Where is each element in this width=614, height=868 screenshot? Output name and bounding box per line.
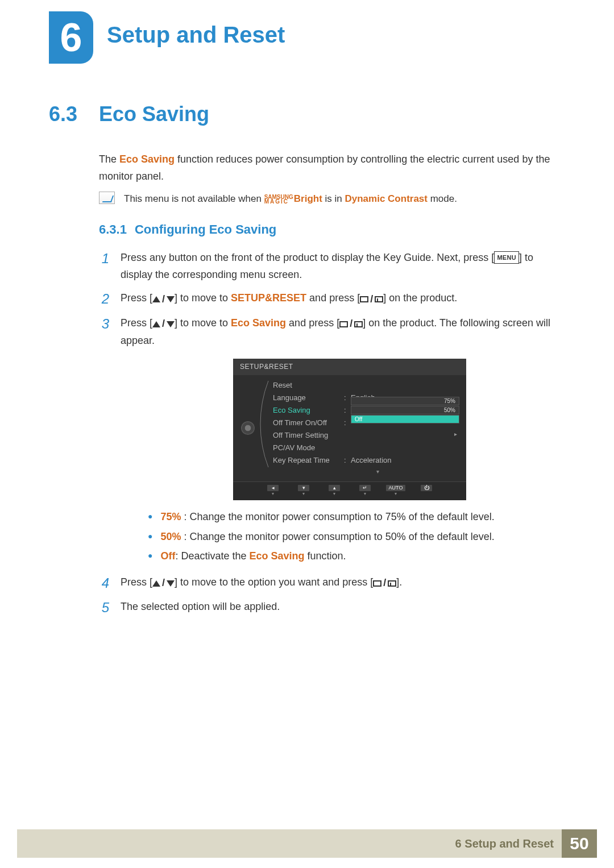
osd-auto-label: AUTO <box>386 485 406 491</box>
bullet-off: ●Off: Deactivate the Eco Saving function… <box>148 547 551 565</box>
page-footer: 6 Setup and Reset 50 <box>0 829 614 858</box>
steps-list: 1 Press any button on the front of the p… <box>99 250 551 616</box>
step-number: 4 <box>99 574 109 592</box>
osd-up-icon: ▴ <box>329 485 340 491</box>
section-number: 6.3 <box>49 102 99 126</box>
source-enter-icon: / <box>339 315 363 333</box>
step-4: 4 Press [/] to move to the option you wa… <box>99 574 551 592</box>
option-bullets: ●75% : Change the monitor power consumpt… <box>148 508 551 565</box>
step-body: The selected option will be applied. <box>121 599 551 616</box>
osd-option-off: Off <box>351 415 459 423</box>
gear-icon <box>242 422 254 434</box>
osd-item-language: Language <box>273 392 344 404</box>
osd-item-reset: Reset <box>273 379 344 391</box>
osd-item-key-repeat: Key Repeat Time <box>273 454 344 466</box>
up-down-icon: / <box>152 315 175 333</box>
chapter-title-box: Setup and Reset <box>93 17 597 52</box>
content: 6.3 Eco Saving The Eco Saving function r… <box>49 102 551 623</box>
osd-more-indicator: ▾ <box>296 467 459 477</box>
osd-value-key-repeat: Acceleration <box>351 454 392 466</box>
osd-item-off-timer-setting: Off Timer Setting <box>273 429 344 441</box>
subsection-title: Configuring Eco Saving <box>135 222 276 236</box>
step-body: Press [/] to move to SETUP&RESET and pre… <box>121 290 551 308</box>
step-number: 2 <box>99 290 109 308</box>
step-number: 1 <box>99 250 109 267</box>
osd-power-icon: ⏻ <box>421 485 432 491</box>
step-5: 5 The selected option will be applied. <box>99 599 551 616</box>
subsection-number: 6.3.1 <box>99 222 127 236</box>
intro-paragraph: The Eco Saving function reduces power co… <box>99 151 551 185</box>
footer-label: 6 Setup and Reset <box>455 837 554 850</box>
source-enter-icon: / <box>373 575 396 592</box>
osd-enter-icon: ↵ <box>359 485 371 491</box>
osd-item-pcav-mode: PC/AV Mode <box>273 442 344 454</box>
section-title: Eco Saving <box>99 102 209 126</box>
osd-item-off-timer-onoff: Off Timer On/Off <box>273 417 344 429</box>
step-3: 3 Press [/] to move to Eco Saving and pr… <box>99 315 551 567</box>
note-icon <box>99 192 115 204</box>
bullet-50: ●50% : Change the monitor power consumpt… <box>148 528 551 546</box>
chapter-number-chip: 6 <box>49 11 93 64</box>
chapter-title: Setup and Reset <box>107 22 285 48</box>
osd-footer-icons: ◂▾ ▾▾ ▴▾ ↵▾ AUTO▾ ⏻ <box>233 481 466 500</box>
step-2: 2 Press [/] to move to SETUP&RESET and p… <box>99 290 551 308</box>
osd-screenshot: SETUP&RESET Reset Language:English Eco S… <box>148 359 551 500</box>
section-heading: 6.3 Eco Saving <box>49 102 551 126</box>
up-down-icon: / <box>152 575 175 592</box>
osd-right-arrow-icon: ▸ <box>454 430 457 439</box>
step-body: Press any button on the front of the pro… <box>121 250 551 283</box>
step-1: 1 Press any button on the front of the p… <box>99 250 551 283</box>
osd-option-75: 75% <box>351 397 459 405</box>
osd-title: SETUP&RESET <box>233 359 466 376</box>
menu-key-icon: MENU <box>494 251 519 264</box>
note: This menu is not available when SAMSUNGM… <box>99 192 551 206</box>
step-body: Press [/] to move to the option you want… <box>121 574 551 592</box>
step-body: Press [/] to move to Eco Saving and pres… <box>121 315 551 567</box>
osd-down-icon: ▾ <box>298 485 309 491</box>
up-down-icon: / <box>152 291 175 308</box>
note-text: This menu is not available when SAMSUNGM… <box>124 192 457 206</box>
step-number: 3 <box>99 315 109 333</box>
osd-eco-dropdown: 75% 50% Off <box>351 397 459 423</box>
step-number: 5 <box>99 599 109 616</box>
bullet-75: ●75% : Change the monitor power consumpt… <box>148 508 551 526</box>
osd-back-icon: ◂ <box>267 485 279 491</box>
osd-item-eco-saving: Eco Saving <box>273 404 344 416</box>
eco-saving-term: Eco Saving <box>119 153 175 165</box>
osd-option-50: 50% <box>351 406 459 414</box>
page-number: 50 <box>562 829 597 858</box>
samsung-magic-logo: SAMSUNGMAGIC <box>264 195 293 204</box>
source-enter-icon: / <box>360 291 383 308</box>
subsection-heading: 6.3.1Configuring Eco Saving <box>99 222 551 237</box>
